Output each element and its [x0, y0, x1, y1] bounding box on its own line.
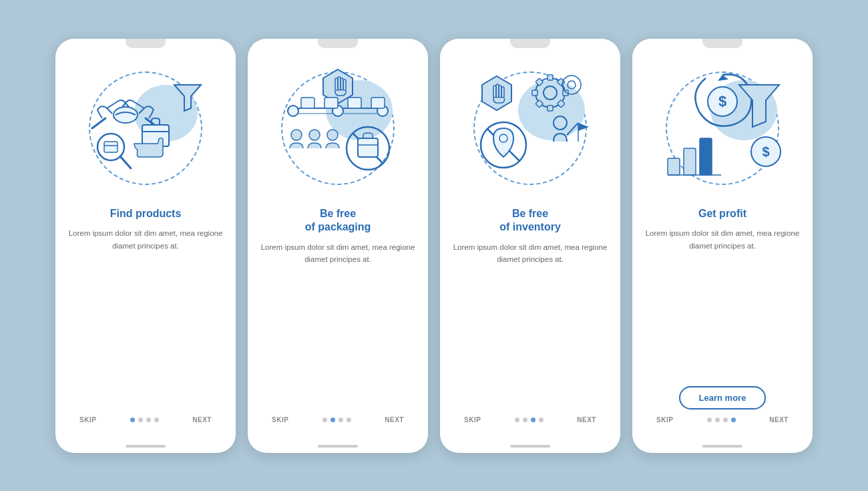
illustration-packaging	[271, 61, 405, 195]
dot-3	[723, 418, 728, 422]
skip-button[interactable]: SKIP	[79, 416, 96, 424]
svg-text:$: $	[762, 144, 769, 159]
svg-line-48	[567, 123, 578, 135]
svg-line-1	[92, 118, 105, 128]
svg-rect-44	[535, 78, 543, 86]
dot-3	[339, 418, 343, 422]
card-description: Lorem ipsum dolor sit dim amet, mea regi…	[644, 227, 801, 376]
svg-rect-21	[348, 98, 361, 108]
svg-point-16	[288, 106, 298, 116]
phone-card-profit: $	[632, 39, 813, 453]
svg-marker-30	[482, 76, 511, 110]
dot-1	[322, 418, 327, 422]
svg-rect-22	[371, 98, 385, 108]
phone-card-packaging: Be free of packaging Lorem ipsum dolor s…	[248, 39, 428, 453]
next-button[interactable]: NEXT	[577, 416, 596, 424]
svg-marker-53	[718, 75, 728, 81]
nav-dots	[707, 418, 736, 422]
illustration-inventory	[463, 61, 597, 195]
svg-rect-20	[324, 98, 338, 108]
skip-button[interactable]: SKIP	[272, 416, 288, 424]
nav-dots	[515, 418, 544, 422]
svg-rect-56	[668, 158, 680, 175]
svg-rect-41	[548, 106, 553, 111]
dot-4	[154, 418, 159, 422]
svg-point-23	[291, 130, 302, 140]
nav-dots	[130, 418, 159, 422]
nav-bar: SKIP NEXT	[260, 416, 416, 433]
svg-point-47	[554, 116, 567, 130]
dot-3	[146, 418, 151, 422]
svg-rect-19	[301, 98, 314, 108]
illustration-profit: $	[656, 61, 789, 195]
svg-point-0	[114, 107, 138, 123]
svg-rect-28	[358, 138, 378, 157]
dot-1	[707, 418, 712, 422]
nav-bar: SKIP NEXT	[644, 416, 801, 433]
svg-rect-37	[548, 75, 553, 80]
svg-rect-40	[558, 100, 565, 107]
card-title: Get profit	[698, 207, 746, 221]
svg-rect-7	[104, 142, 118, 152]
svg-rect-58	[700, 138, 712, 175]
skip-button[interactable]: SKIP	[464, 416, 481, 424]
svg-point-45	[562, 75, 581, 94]
card-description: Lorem ipsum dolor sit dim amet, mea regi…	[452, 241, 608, 406]
nav-bar: SKIP NEXT	[67, 416, 224, 433]
dot-1	[130, 418, 135, 422]
svg-text:$: $	[718, 93, 726, 110]
illustration-find-products	[79, 61, 212, 195]
svg-line-6	[120, 156, 131, 168]
skip-button[interactable]: SKIP	[656, 416, 673, 424]
phone-card-find-products: Find products Lorem ipsum dolor sit dim …	[55, 39, 236, 453]
svg-point-46	[568, 81, 576, 89]
svg-rect-57	[684, 148, 696, 175]
dot-2	[331, 418, 335, 422]
card-title: Be free of packaging	[305, 207, 371, 235]
svg-rect-43	[532, 90, 537, 96]
learn-more-button[interactable]: Learn more	[679, 386, 767, 410]
next-button[interactable]: NEXT	[192, 416, 212, 424]
dot-1	[515, 418, 519, 422]
svg-rect-3	[142, 125, 169, 146]
screens-container: Find products Lorem ipsum dolor sit dim …	[22, 12, 846, 480]
svg-point-36	[544, 86, 557, 100]
card-title: Find products	[110, 207, 182, 221]
dot-4	[347, 418, 351, 422]
dot-2	[138, 418, 143, 422]
card-description: Lorem ipsum dolor sit dim amet, mea regi…	[67, 227, 224, 406]
svg-point-24	[309, 130, 320, 140]
svg-point-25	[327, 130, 338, 140]
svg-rect-42	[535, 100, 543, 107]
nav-bar: SKIP NEXT	[452, 416, 608, 433]
next-button[interactable]: NEXT	[769, 416, 789, 424]
dot-4	[731, 418, 736, 422]
next-button[interactable]: NEXT	[385, 416, 404, 424]
dot-3	[531, 418, 535, 422]
dot-4	[539, 418, 544, 422]
phone-card-inventory: Be free of inventory Lorem ipsum dolor s…	[440, 39, 620, 453]
dot-2	[715, 418, 720, 422]
nav-dots	[322, 418, 351, 422]
dot-2	[523, 418, 527, 422]
card-description: Lorem ipsum dolor sit dim amet, mea regi…	[260, 241, 416, 406]
card-title: Be free of inventory	[499, 207, 561, 235]
